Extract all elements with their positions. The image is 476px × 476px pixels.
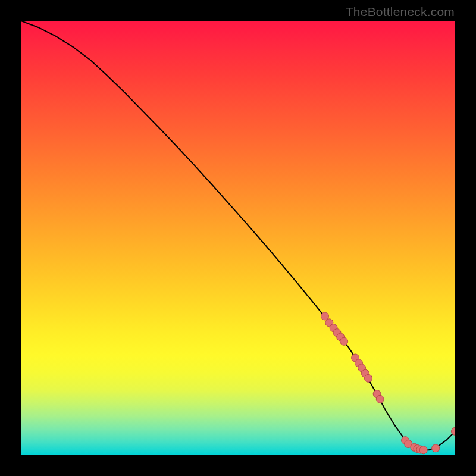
chart-overlay-svg — [21, 21, 455, 455]
data-marker — [365, 374, 372, 382]
bottleneck-curve — [21, 21, 455, 450]
chart-stage: TheBottleneck.com — [0, 0, 476, 476]
plot-area — [21, 21, 455, 455]
data-marker — [376, 395, 384, 403]
data-marker — [419, 446, 427, 454]
watermark-text: TheBottleneck.com — [346, 5, 455, 19]
data-marker — [432, 444, 440, 452]
data-marker — [340, 337, 348, 345]
marker-group — [321, 312, 456, 454]
